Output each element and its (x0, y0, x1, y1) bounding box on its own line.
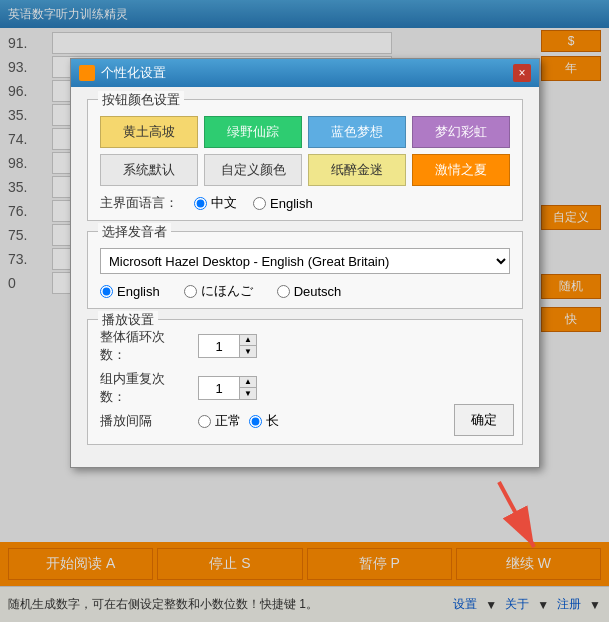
repeat-up-button[interactable]: ▲ (240, 377, 256, 388)
lang-row: 主界面语言： 中文 English (100, 194, 510, 212)
speaker-dropdown[interactable]: Microsoft Hazel Desktop - English (Great… (100, 248, 510, 274)
lang-radio-en[interactable] (253, 197, 266, 210)
button-color-section: 按钮颜色设置 黄土高坡 绿野仙踪 蓝色梦想 梦幻彩虹 系统默认 自定义颜色 纸醉… (87, 99, 523, 221)
color-btn-summer[interactable]: 激情之夏 (412, 154, 510, 186)
color-btn-purple[interactable]: 梦幻彩虹 (412, 116, 510, 148)
button-color-title: 按钮颜色设置 (98, 91, 184, 109)
interval-normal-label: 正常 (215, 412, 241, 430)
color-btn-blue[interactable]: 蓝色梦想 (308, 116, 406, 148)
settings-dialog: 个性化设置 × 按钮颜色设置 黄土高坡 绿野仙踪 蓝色梦想 梦幻彩虹 系统默认 … (70, 58, 540, 468)
speaker-section: 选择发音者 Microsoft Hazel Desktop - English … (87, 231, 523, 309)
speaker-lang-label-ja: にほんご (201, 282, 253, 300)
interval-long-label: 长 (266, 412, 279, 430)
speaker-radio-en[interactable] (100, 285, 113, 298)
repeat-label: 组内重复次数： (100, 370, 190, 406)
interval-label: 播放间隔 (100, 412, 190, 430)
color-btn-green[interactable]: 绿野仙踪 (204, 116, 302, 148)
speaker-lang-label-de: Deutsch (294, 284, 342, 299)
loop-row: 整体循环次数： ▲ ▼ (100, 328, 510, 364)
speaker-lang-de[interactable]: Deutsch (277, 284, 342, 299)
dialog-body: 按钮颜色设置 黄土高坡 绿野仙踪 蓝色梦想 梦幻彩虹 系统默认 自定义颜色 纸醉… (71, 87, 539, 467)
speaker-lang-label-en: English (117, 284, 160, 299)
speaker-lang-en[interactable]: English (100, 284, 160, 299)
playback-title: 播放设置 (98, 311, 158, 329)
repeat-down-button[interactable]: ▼ (240, 388, 256, 399)
dialog-title: 个性化设置 (101, 64, 166, 82)
speaker-radio-de[interactable] (277, 285, 290, 298)
speaker-radio-row: English にほんご Deutsch (100, 282, 510, 300)
lang-label-en: English (270, 196, 313, 211)
repeat-spinner: ▲ ▼ (198, 376, 257, 400)
color-btn-custom[interactable]: 自定义颜色 (204, 154, 302, 186)
confirm-button[interactable]: 确定 (454, 404, 514, 436)
loop-label: 整体循环次数： (100, 328, 190, 364)
lang-label-zh: 中文 (211, 194, 237, 212)
interval-radio-group: 正常 长 (198, 412, 279, 430)
loop-up-button[interactable]: ▲ (240, 335, 256, 346)
repeat-input[interactable] (199, 377, 239, 399)
interval-normal[interactable]: 正常 (198, 412, 241, 430)
color-btn-default[interactable]: 系统默认 (100, 154, 198, 186)
interval-radio-long[interactable] (249, 415, 262, 428)
dialog-icon (79, 65, 95, 81)
lang-radio-zh[interactable] (194, 197, 207, 210)
loop-spin-buttons: ▲ ▼ (239, 335, 256, 357)
speaker-dropdown-row: Microsoft Hazel Desktop - English (Great… (100, 248, 510, 274)
dialog-titlebar: 个性化设置 × (71, 59, 539, 87)
lang-label: 主界面语言： (100, 194, 178, 212)
loop-input[interactable] (199, 335, 239, 357)
lang-radio-group: 中文 English (194, 194, 313, 212)
repeat-spin-buttons: ▲ ▼ (239, 377, 256, 399)
color-btn-yellow[interactable]: 黄土高坡 (100, 116, 198, 148)
interval-radio-normal[interactable] (198, 415, 211, 428)
lang-option-zh[interactable]: 中文 (194, 194, 237, 212)
interval-long[interactable]: 长 (249, 412, 279, 430)
playback-section: 播放设置 整体循环次数： ▲ ▼ 组内重复次数： ▲ ▼ (87, 319, 523, 445)
loop-spinner: ▲ ▼ (198, 334, 257, 358)
speaker-lang-ja[interactable]: にほんご (184, 282, 253, 300)
speaker-title: 选择发音者 (98, 223, 171, 241)
color-grid-row1: 黄土高坡 绿野仙踪 蓝色梦想 梦幻彩虹 (100, 116, 510, 148)
lang-option-en[interactable]: English (253, 196, 313, 211)
speaker-radio-ja[interactable] (184, 285, 197, 298)
interval-row: 播放间隔 正常 长 (100, 412, 510, 430)
loop-down-button[interactable]: ▼ (240, 346, 256, 357)
color-grid-row2: 系统默认 自定义颜色 纸醉金迷 激情之夏 (100, 154, 510, 186)
color-btn-gold[interactable]: 纸醉金迷 (308, 154, 406, 186)
repeat-row: 组内重复次数： ▲ ▼ (100, 370, 510, 406)
dialog-close-button[interactable]: × (513, 64, 531, 82)
dialog-title-left: 个性化设置 (79, 64, 166, 82)
